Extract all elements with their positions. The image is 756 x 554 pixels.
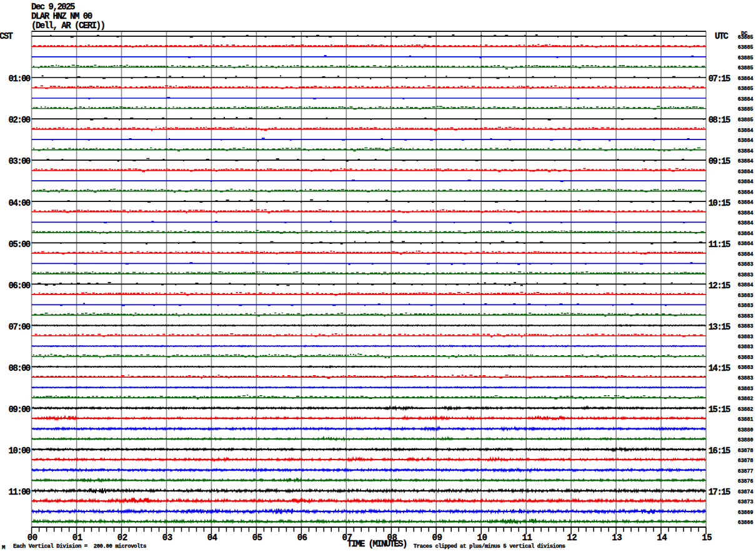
svg-text:08:00: 08:00 xyxy=(9,363,31,373)
svg-text:63884: 63884 xyxy=(738,220,754,226)
svg-text:Dec 9,2025: Dec 9,2025 xyxy=(31,2,75,12)
svg-text:15: 15 xyxy=(702,533,712,543)
svg-text:04: 04 xyxy=(207,533,217,543)
svg-text:07:00: 07:00 xyxy=(9,322,31,332)
svg-text:63878: 63878 xyxy=(738,458,754,464)
svg-text:04:00: 04:00 xyxy=(9,198,31,208)
svg-text:63884: 63884 xyxy=(738,282,754,288)
svg-text:M: M xyxy=(2,545,5,551)
svg-text:11:00: 11:00 xyxy=(9,487,31,497)
svg-text:63885: 63885 xyxy=(738,55,754,61)
svg-text:09:15: 09:15 xyxy=(709,156,730,166)
svg-text:63885: 63885 xyxy=(738,106,754,113)
svg-text:63869: 63869 xyxy=(738,510,754,516)
svg-text:63884: 63884 xyxy=(738,199,754,206)
svg-text:63883: 63883 xyxy=(738,365,754,371)
svg-text:63884: 63884 xyxy=(738,128,754,134)
svg-text:63885: 63885 xyxy=(738,86,754,92)
svg-text:01:00: 01:00 xyxy=(9,74,31,84)
svg-text:63884: 63884 xyxy=(738,169,754,175)
svg-text:14: 14 xyxy=(657,533,667,543)
svg-text:05:00: 05:00 xyxy=(9,239,31,249)
svg-text:63882: 63882 xyxy=(738,396,754,402)
svg-text:63883: 63883 xyxy=(738,261,754,268)
svg-text:63884: 63884 xyxy=(738,189,754,196)
svg-text:63884: 63884 xyxy=(738,241,754,247)
svg-text:09:00: 09:00 xyxy=(9,405,31,415)
svg-text:17:15: 17:15 xyxy=(709,487,730,497)
svg-text:63884: 63884 xyxy=(738,138,754,144)
svg-text:11:15: 11:15 xyxy=(709,239,730,249)
svg-text:14:15: 14:15 xyxy=(709,363,730,373)
svg-text:16:15: 16:15 xyxy=(709,446,730,456)
svg-text:TIME (MINUTES): TIME (MINUTES) xyxy=(347,539,407,549)
svg-text:63884: 63884 xyxy=(738,148,754,154)
svg-text:10: 10 xyxy=(477,533,487,543)
svg-text:63885: 63885 xyxy=(738,65,754,71)
svg-text:13: 13 xyxy=(612,533,622,543)
svg-text:63883: 63883 xyxy=(738,355,754,361)
svg-text:63878: 63878 xyxy=(738,448,754,454)
svg-text:63883: 63883 xyxy=(738,272,754,278)
svg-text:63885: 63885 xyxy=(738,117,754,123)
svg-text:63874: 63874 xyxy=(738,489,754,495)
svg-text:63885: 63885 xyxy=(738,44,754,51)
svg-text:63884: 63884 xyxy=(738,96,754,103)
svg-text:63877: 63877 xyxy=(738,468,754,475)
svg-text:UTC: UTC xyxy=(715,31,729,41)
svg-text:63880: 63880 xyxy=(738,427,754,433)
svg-text:63883: 63883 xyxy=(738,386,754,392)
svg-text:12:15: 12:15 xyxy=(709,281,730,291)
svg-text:63884: 63884 xyxy=(738,158,754,164)
svg-text:03:00: 03:00 xyxy=(9,156,31,166)
svg-text:15:15: 15:15 xyxy=(709,405,730,415)
svg-text:03: 03 xyxy=(162,533,172,543)
svg-text:63885: 63885 xyxy=(738,34,754,41)
svg-text:63884: 63884 xyxy=(738,76,754,82)
svg-text:63883: 63883 xyxy=(738,375,754,381)
svg-text:63882: 63882 xyxy=(738,406,754,413)
svg-text:63884: 63884 xyxy=(738,251,754,258)
svg-text:05: 05 xyxy=(252,533,262,543)
svg-text:08:15: 08:15 xyxy=(709,115,730,125)
svg-text:Each Vertical Division = 200.: Each Vertical Division = 200.00 microvol… xyxy=(13,543,146,550)
svg-text:CST: CST xyxy=(0,31,13,41)
svg-text:12: 12 xyxy=(567,533,577,543)
svg-text:06:00: 06:00 xyxy=(9,281,31,291)
svg-text:Traces clipped at plus/minus 5: Traces clipped at plus/minus 5 vertical … xyxy=(414,543,565,550)
svg-text:(Dell, AR (CERI)): (Dell, AR (CERI)) xyxy=(31,21,104,31)
svg-text:10:15: 10:15 xyxy=(709,198,730,208)
svg-text:63873: 63873 xyxy=(738,499,754,505)
svg-text:06: 06 xyxy=(297,533,307,543)
svg-text:01: 01 xyxy=(72,533,82,543)
svg-text:02:00: 02:00 xyxy=(9,115,31,125)
svg-text:10:00: 10:00 xyxy=(9,446,31,456)
svg-text:63884: 63884 xyxy=(738,210,754,216)
svg-text:63884: 63884 xyxy=(738,179,754,185)
svg-text:07:15: 07:15 xyxy=(709,74,730,84)
svg-text:11: 11 xyxy=(522,533,532,543)
svg-text:63883: 63883 xyxy=(738,303,754,309)
svg-text:63866: 63866 xyxy=(738,520,754,526)
svg-text:63880: 63880 xyxy=(738,437,754,443)
svg-text:63883: 63883 xyxy=(738,293,754,299)
svg-text:63881: 63881 xyxy=(738,416,754,423)
svg-text:63876: 63876 xyxy=(738,478,754,485)
svg-text:63883: 63883 xyxy=(738,313,754,320)
svg-text:63884: 63884 xyxy=(738,231,754,237)
svg-text:00: 00 xyxy=(27,533,37,543)
svg-text:63883: 63883 xyxy=(738,334,754,340)
svg-text:63883: 63883 xyxy=(738,323,754,330)
svg-text:09: 09 xyxy=(432,533,442,543)
svg-text:02: 02 xyxy=(117,533,127,543)
svg-text:13:15: 13:15 xyxy=(709,322,730,332)
svg-text:63883: 63883 xyxy=(738,344,754,350)
